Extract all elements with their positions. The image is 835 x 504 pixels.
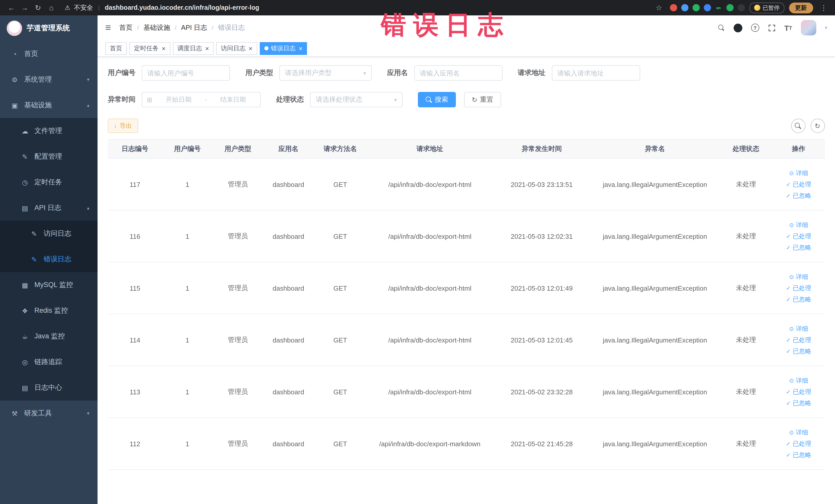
extension-grid-icon[interactable] (704, 4, 711, 11)
user-type-select[interactable]: 请选择用户类型 ▾ (279, 65, 372, 81)
paused-badge[interactable]: 已暂停 (749, 2, 784, 13)
search-button[interactable]: 搜索 (418, 92, 456, 107)
sidebar-item-file[interactable]: ☁文件管理 (0, 118, 98, 144)
sidebar-item-redis[interactable]: ❖Redis 监控 (0, 298, 98, 323)
exception-time-range[interactable]: ⊞ 开始日期 - 结束日期 (142, 92, 261, 107)
tab-job[interactable]: 定时任务× (129, 42, 170, 55)
sidebar-item-label: Redis 监控 (34, 306, 68, 315)
processed-button[interactable]: ✓已处理 (775, 438, 823, 449)
cell-time: 2021-05-03 12:01:45 (493, 314, 591, 366)
action-label: 已忽略 (793, 294, 811, 305)
chevron-up-icon: ▴ (87, 205, 89, 210)
sidebar-item-java[interactable]: ☕Java 监控 (0, 323, 98, 349)
hamburger-icon[interactable]: ≡ (105, 22, 111, 33)
ignore-button[interactable]: ✓已忽略 (775, 242, 823, 253)
sidebar-item-system[interactable]: ⚙系统管理▾ (0, 67, 98, 93)
filter-form-row-2: 异常时间 ⊞ 开始日期 - 结束日期 处理状态 请选择处理状态 ▾ (108, 92, 825, 107)
address-bar[interactable]: ⚠ 不安全 | dashboard.yudao.iocoder.cn/infra… (65, 3, 259, 12)
processed-button[interactable]: ✓已处理 (775, 230, 823, 242)
cell-time: 2021-05-03 23:13:51 (493, 158, 591, 210)
cell-id: 113 (108, 366, 162, 418)
refresh-button[interactable]: ↻ (810, 119, 825, 133)
detail-button[interactable]: ⊙详细 (775, 167, 823, 179)
sidebar-item-config[interactable]: ✎配置管理 (0, 144, 98, 169)
sidebar-item-dev-tools[interactable]: ⚒研发工具▾ (0, 401, 98, 426)
sidebar-item-api-log[interactable]: ▤API 日志▴ (0, 195, 98, 221)
back-icon[interactable]: ← (5, 4, 18, 12)
github-icon[interactable] (733, 23, 742, 32)
tab-home[interactable]: 首页 (105, 42, 127, 55)
process-status-select[interactable]: 请选择处理状态 ▾ (310, 92, 403, 107)
bookmark-star-icon[interactable]: ☆ (653, 4, 665, 12)
update-button[interactable]: 更新 (789, 2, 813, 13)
sidebar-item-job[interactable]: ◷定时任务 (0, 169, 98, 195)
breadcrumb-item[interactable]: 首页 (119, 23, 133, 32)
search-toggle-button[interactable] (791, 119, 805, 133)
close-icon[interactable]: × (248, 45, 252, 52)
processed-button[interactable]: ✓已处理 (775, 334, 823, 346)
detail-button[interactable]: ⊙详细 (775, 271, 823, 282)
tab-job-log[interactable]: 调度日志× (173, 42, 213, 55)
sidebar-item-tracer[interactable]: ◎链路追踪 (0, 349, 98, 375)
close-icon[interactable]: × (205, 45, 209, 52)
extensions-area: on (670, 4, 745, 11)
fullscreen-icon[interactable] (768, 24, 775, 32)
export-button[interactable]: ↓ 导出 (108, 119, 138, 133)
search-icon[interactable] (718, 24, 725, 31)
extension-dark-icon[interactable] (737, 4, 745, 11)
home-icon[interactable]: ⌂ (45, 4, 58, 12)
sidebar-item-log-center[interactable]: ▤日志中心 (0, 375, 98, 401)
ignore-button[interactable]: ✓已忽略 (775, 398, 823, 409)
sidebar-item-access-log[interactable]: ✎访问日志 (0, 221, 98, 246)
detail-button[interactable]: ⊙详细 (775, 427, 823, 438)
help-icon[interactable]: ? (751, 24, 759, 32)
close-icon[interactable]: × (162, 45, 166, 52)
browser-right-cluster: ☆ on 已暂停 更新 ⋮ (653, 2, 830, 13)
breadcrumb-separator: / (137, 24, 139, 31)
start-date-placeholder: 开始日期 (156, 95, 201, 104)
forward-icon[interactable]: → (19, 4, 31, 12)
cell-status: 未处理 (719, 210, 772, 262)
sidebar-item-home[interactable]: ◔首页 (0, 41, 98, 67)
processed-button[interactable]: ✓已处理 (775, 282, 823, 294)
reset-button[interactable]: ↻ 重置 (464, 92, 501, 107)
filter-form-row-1: 用户编号 用户类型 请选择用户类型 ▾ 应用名 (108, 65, 825, 81)
extension-red-icon[interactable] (670, 4, 677, 11)
action-label: 详细 (796, 219, 808, 230)
extension-green-icon[interactable] (692, 4, 699, 11)
browser-menu-icon[interactable]: ⋮ (817, 4, 830, 12)
user-avatar[interactable] (801, 20, 816, 36)
sidebar-item-infra[interactable]: ▣基础设施▴ (0, 93, 98, 118)
request-url-input[interactable] (552, 65, 640, 81)
detail-button[interactable]: ⊙详细 (775, 375, 823, 386)
sidebar-item-mysql[interactable]: ▦MySQL 监控 (0, 272, 98, 298)
extension-on-icon[interactable]: on (715, 4, 722, 11)
processed-button[interactable]: ✓已处理 (775, 386, 823, 398)
chevron-down-icon[interactable]: ▾ (825, 25, 827, 30)
reload-icon[interactable]: ↻ (32, 4, 44, 12)
ignore-button[interactable]: ✓已忽略 (775, 449, 823, 461)
app-name-input[interactable] (414, 65, 502, 81)
cell-url: /api/infra/db-doc/export-html (367, 158, 493, 210)
eye-icon: ⊙ (789, 167, 794, 179)
ignore-button[interactable]: ✓已忽略 (775, 190, 823, 201)
check-icon: ✓ (786, 398, 791, 409)
search-icon (426, 96, 432, 103)
action-label: 详细 (796, 271, 808, 282)
font-size-icon[interactable]: TT (784, 23, 792, 32)
detail-button[interactable]: ⊙详细 (775, 219, 823, 230)
tab-error-log[interactable]: 错误日志× (260, 42, 307, 55)
sidebar-item-error-log[interactable]: ✎错误日志 (0, 246, 98, 272)
tab-access-log[interactable]: 访问日志× (216, 42, 257, 55)
user-id-input[interactable] (142, 65, 230, 81)
ignore-button[interactable]: ✓已忽略 (775, 294, 823, 305)
detail-button[interactable]: ⊙详细 (775, 323, 823, 334)
extension-leaf-icon[interactable] (726, 4, 733, 11)
extension-blue-drop-icon[interactable] (681, 4, 688, 11)
breadcrumb-item[interactable]: API 日志 (181, 23, 207, 32)
ignore-button[interactable]: ✓已忽略 (775, 346, 823, 357)
breadcrumb-item[interactable]: 基础设施 (143, 23, 170, 32)
close-icon[interactable]: × (299, 45, 303, 52)
table-row: 1121管理员dashboardGET/api/infra/db-doc/exp… (108, 418, 825, 469)
processed-button[interactable]: ✓已处理 (775, 179, 823, 190)
